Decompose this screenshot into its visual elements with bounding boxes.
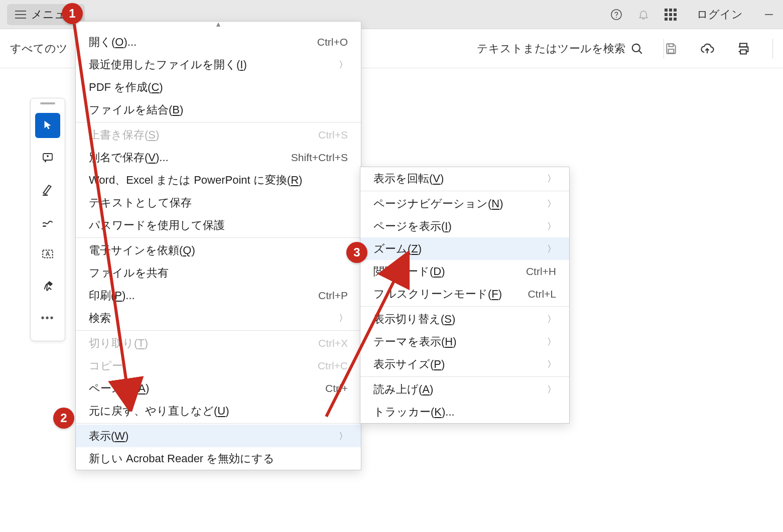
titlebar-actions: ログイン [609, 7, 776, 22]
menu-combine[interactable]: ファイルを結合(B) [76, 98, 361, 121]
svg-point-1 [616, 17, 617, 18]
submenu-size[interactable]: 表示サイズ(P) 〉 [360, 353, 569, 375]
draw-tool-icon[interactable] [35, 209, 60, 234]
select-tool-icon[interactable] [35, 113, 60, 138]
submenu-zoom[interactable]: ズーム(Z) 〉 [360, 237, 569, 260]
view-submenu: 表示を回転(V) 〉 ページナビゲーション(N) 〉 ページを表示(I) 〉 ズ… [360, 167, 570, 424]
sign-tool-icon[interactable] [35, 274, 60, 299]
hamburger-icon [15, 11, 26, 19]
login-button[interactable]: ログイン [697, 7, 743, 22]
save-icon[interactable] [664, 42, 678, 56]
chevron-right-icon: 〉 [547, 313, 556, 325]
menu-find[interactable]: 検索 〉 [76, 307, 361, 329]
menu-paste[interactable]: ペースト(A) Ctrl+ [76, 377, 361, 400]
print-icon[interactable] [736, 42, 750, 56]
svg-text:A: A [46, 250, 50, 257]
window-control-icon[interactable] [762, 8, 776, 22]
menu-undo[interactable]: 元に戻す、やり直しなど(U) [76, 400, 361, 422]
submenu-theme[interactable]: テーマを表示(H) 〉 [360, 330, 569, 353]
annotation-badge-3: 3 [346, 242, 367, 263]
chevron-right-icon: 〉 [339, 430, 348, 442]
submenu-pagenav[interactable]: ページナビゲーション(N) 〉 [360, 192, 569, 215]
left-toolbar: A ••• [30, 98, 65, 341]
main-menu: ▲ 開く(O)... Ctrl+O 最近使用したファイルを開く(I) 〉 PDF… [75, 21, 361, 470]
submenu-rotate[interactable]: 表示を回転(V) 〉 [360, 167, 569, 190]
menu-save-as[interactable]: 別名で保存(V)... Shift+Ctrl+S [76, 146, 361, 169]
chevron-right-icon: 〉 [339, 312, 348, 324]
text-box-tool-icon[interactable]: A [35, 241, 60, 267]
chevron-right-icon: 〉 [547, 173, 556, 185]
svg-point-0 [611, 10, 621, 20]
search-icon [630, 42, 643, 55]
svg-rect-7 [740, 50, 746, 54]
submenu-read-aloud[interactable]: 読み上げ(A) 〉 [360, 378, 569, 401]
menu-open[interactable]: 開く(O)... Ctrl+O [76, 31, 361, 53]
menu-protect[interactable]: パスワードを使用して保護 [76, 214, 361, 236]
toolbar-drag-handle[interactable] [40, 102, 55, 104]
search-group[interactable]: テキストまたはツールを検索 [477, 41, 643, 56]
chevron-right-icon: 〉 [547, 336, 556, 348]
submenu-fullscreen[interactable]: フルスクリーンモード(F) Ctrl+L [360, 283, 569, 305]
chevron-right-icon: 〉 [547, 383, 556, 395]
chevron-right-icon: 〉 [547, 220, 556, 232]
menu-save: 上書き保存(S) Ctrl+S [76, 123, 361, 146]
menu-share[interactable]: ファイルを共有 [76, 261, 361, 284]
svg-line-4 [639, 51, 641, 53]
chevron-right-icon: 〉 [547, 243, 556, 255]
menu-save-text[interactable]: テキストとして保存 [76, 191, 361, 214]
all-tools-label[interactable]: すべてのツ [10, 41, 68, 56]
menu-view[interactable]: 表示(W) 〉 [76, 425, 361, 447]
menu-recent[interactable]: 最近使用したファイルを開く(I) 〉 [76, 53, 361, 76]
help-icon[interactable] [609, 8, 623, 22]
svg-rect-6 [740, 43, 747, 47]
menu-print[interactable]: 印刷(P)... Ctrl+P [76, 284, 361, 307]
more-tools-icon[interactable]: ••• [35, 305, 60, 330]
menu-esign[interactable]: 電子サインを依頼(Q) [76, 239, 361, 261]
submenu-page-display[interactable]: ページを表示(I) 〉 [360, 215, 569, 237]
menu-convert[interactable]: Word、Excel または PowerPoint に変換(R) [76, 169, 361, 191]
chevron-right-icon: 〉 [547, 198, 556, 210]
bell-icon[interactable] [636, 8, 650, 22]
submenu-read-mode[interactable]: 閲覧モード(D) Ctrl+H [360, 260, 569, 283]
apps-icon[interactable] [664, 8, 678, 22]
annotation-badge-2: 2 [53, 408, 74, 429]
chevron-right-icon: 〉 [339, 59, 348, 71]
menu-disable-new[interactable]: 新しい Acrobat Reader を無効にする [76, 447, 361, 470]
annotation-badge-1: 1 [62, 3, 83, 24]
chevron-right-icon: 〉 [547, 358, 556, 370]
svg-point-3 [632, 44, 640, 51]
scroll-up-arrow-icon[interactable]: ▲ [76, 22, 361, 31]
submenu-tracker[interactable]: トラッカー(K)... [360, 401, 569, 423]
highlight-tool-icon[interactable] [35, 177, 60, 202]
svg-rect-5 [669, 49, 674, 53]
menu-copy: コピー Ctrl+C [76, 354, 361, 377]
cloud-upload-icon[interactable] [700, 42, 714, 56]
comment-tool-icon[interactable] [35, 145, 60, 170]
submenu-toggle[interactable]: 表示切り替え(S) 〉 [360, 308, 569, 330]
menu-cut: 切り取り(T) Ctrl+X [76, 332, 361, 354]
search-placeholder: テキストまたはツールを検索 [477, 41, 625, 56]
menu-create-pdf[interactable]: PDF を作成(C) [76, 76, 361, 98]
